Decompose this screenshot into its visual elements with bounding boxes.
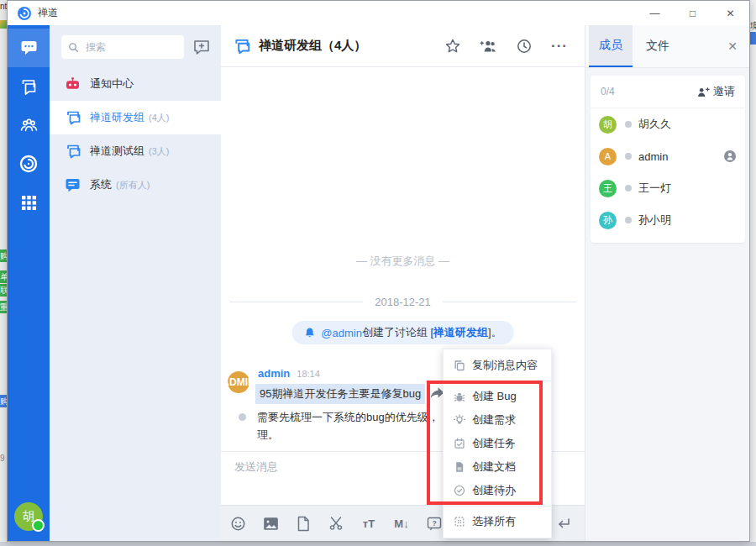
member-status-dot: [625, 153, 632, 160]
menu-label: 创建需求: [472, 412, 516, 428]
scissors-icon[interactable]: [326, 513, 346, 533]
group-chat-icon: [65, 143, 81, 160]
chat-list-count: (3人): [149, 145, 169, 158]
rail-item-apps[interactable]: [8, 183, 50, 222]
current-user-avatar[interactable]: 胡: [14, 502, 43, 531]
message-time: 18:14: [297, 369, 320, 379]
add-member-icon[interactable]: [480, 39, 497, 54]
member-status-dot: [625, 217, 632, 223]
notice-user[interactable]: @admin: [321, 327, 362, 339]
search-icon: [68, 42, 79, 53]
menu-item-copy-message[interactable]: 复制消息内容: [444, 354, 551, 377]
member-avatar: 胡: [599, 116, 617, 134]
menu-item-create-story[interactable]: 创建需求: [444, 408, 551, 432]
message-input[interactable]: 发送消息: [234, 459, 278, 475]
avatar-letter: admin: [222, 376, 255, 388]
chat-list-item-system[interactable]: 系统 (所有人): [50, 168, 221, 202]
chat-title: 禅道研发组（4人）: [259, 38, 426, 54]
minimize-button[interactable]: —: [636, 1, 674, 25]
chat-list-count: (4人): [149, 112, 169, 124]
panel-close-icon[interactable]: ✕: [716, 25, 749, 67]
markdown-icon[interactable]: M↓: [391, 513, 412, 533]
notice-group-link[interactable]: 禅道研发组: [433, 325, 488, 340]
copy-icon: [454, 360, 465, 371]
chat-list-item-notifications[interactable]: 通知中心: [50, 67, 221, 101]
rail-item-zentao[interactable]: [8, 144, 50, 183]
message-avatar[interactable]: admin: [228, 371, 249, 393]
desktop-remnant: 9: [0, 454, 5, 463]
desktop-remnant: 境: [750, 0, 756, 542]
desktop-remnant-logo: [0, 20, 7, 29]
rail-item-messages[interactable]: [8, 29, 50, 67]
online-status-dot: [32, 519, 45, 532]
group-chat-icon: [65, 109, 81, 126]
message-text[interactable]: 理。: [257, 428, 279, 443]
maximize-button[interactable]: □: [674, 1, 711, 25]
tab-files[interactable]: 文件: [636, 25, 680, 67]
lightbulb-icon: [454, 414, 465, 426]
message-status-dot: [239, 413, 246, 421]
chat-list-label: 系统: [90, 177, 112, 192]
tab-members[interactable]: 成员: [589, 25, 633, 67]
add-person-icon: [697, 87, 711, 97]
search-input[interactable]: [84, 40, 177, 54]
member-row[interactable]: A admin: [591, 140, 745, 172]
more-icon[interactable]: ···: [551, 42, 568, 50]
select-all-icon: [454, 516, 465, 528]
favorite-star-icon[interactable]: [444, 38, 461, 55]
chat-list-item-test-group[interactable]: 禅道测试组 (3人): [50, 134, 221, 168]
members-panel: 成员 文件 ✕ 0/4 邀请 胡 胡久久 A: [585, 25, 749, 541]
menu-item-create-todo[interactable]: 创建待办: [444, 479, 551, 502]
message-context-menu: 复制消息内容 创建 Bug 创建需求 创建任务 创建文档 创建待办 选择所有: [443, 349, 552, 538]
menu-item-select-all[interactable]: 选择所有: [444, 510, 551, 533]
member-row[interactable]: 孙 孙小明: [591, 204, 745, 236]
chat-list-item-dev-group[interactable]: 禅道研发组 (4人): [50, 101, 221, 134]
titlebar: 禅道 — □ ✕: [8, 1, 749, 26]
member-row[interactable]: 王 王一灯: [591, 172, 745, 204]
desktop-remnant: [750, 32, 756, 45]
rail-item-contacts[interactable]: [8, 106, 50, 144]
member-name: 胡久久: [638, 117, 737, 132]
menu-label: 创建任务: [472, 436, 516, 451]
image-icon[interactable]: [260, 513, 281, 533]
chat-list-panel: 通知中心 禅道研发组 (4人) 禅道测试组 (3人) 系: [50, 25, 221, 541]
member-row[interactable]: 胡 胡久久: [591, 108, 745, 140]
bug-icon: [454, 391, 465, 402]
rail-item-chats[interactable]: [8, 67, 50, 106]
admin-badge-icon: [723, 150, 737, 163]
members-card: 0/4 邀请 胡 胡久久 A admin: [591, 76, 745, 243]
close-button[interactable]: ✕: [711, 1, 749, 25]
member-name: 王一灯: [638, 181, 737, 196]
menu-label: 创建待办: [472, 483, 516, 498]
menu-item-create-doc[interactable]: 创建文档: [444, 455, 551, 479]
notice-text: 创建了讨论组 [: [362, 325, 433, 340]
enter-send-icon[interactable]: [553, 513, 573, 533]
message-author[interactable]: admin: [258, 367, 290, 380]
menu-item-create-bug[interactable]: 创建 Bug: [444, 385, 551, 408]
bell-icon: [303, 327, 315, 339]
chat-list-label: 禅道研发组: [90, 110, 144, 125]
help-icon[interactable]: ?: [424, 513, 444, 533]
menu-label: 创建 Bug: [472, 389, 517, 404]
system-broadcast-icon: [65, 177, 81, 193]
font-size-icon[interactable]: тT: [359, 513, 379, 533]
invite-button[interactable]: 邀请: [697, 84, 735, 99]
history-icon[interactable]: [516, 38, 533, 55]
menu-label: 创建文档: [472, 459, 516, 475]
message-text[interactable]: 需要先梳理一下系统的bug的优先级，: [257, 410, 439, 425]
selected-message-text[interactable]: 95期禅道开发任务主要是修复bug: [255, 384, 425, 404]
chat-header: 禅道研发组（4人） ···: [221, 25, 585, 67]
notice-tail: ]。: [488, 325, 502, 340]
contacts-icon: [19, 116, 39, 134]
member-name: admin: [638, 150, 723, 163]
member-avatar: A: [599, 148, 617, 165]
member-avatar: 孙: [599, 212, 617, 229]
new-chat-icon[interactable]: [192, 38, 211, 56]
panel-tabs: 成员 文件 ✕: [585, 25, 749, 68]
search-box[interactable]: [61, 35, 184, 59]
menu-item-create-task[interactable]: 创建任务: [444, 432, 551, 455]
chat-list-label: 禅道测试组: [90, 144, 144, 159]
file-icon[interactable]: [293, 513, 313, 533]
window-title: 禅道: [38, 6, 636, 20]
emoji-icon[interactable]: [228, 513, 248, 533]
